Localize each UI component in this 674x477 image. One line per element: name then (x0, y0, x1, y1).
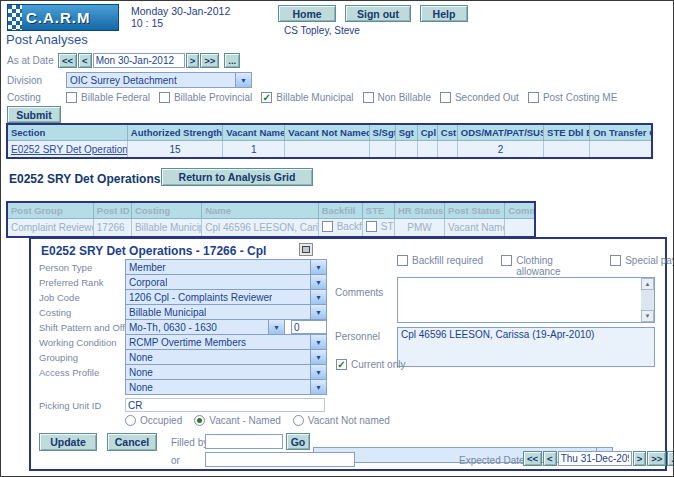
costing-checkbox-billable-provincial[interactable]: Billable Provincial (159, 92, 252, 103)
costing-checkbox-seconded-out[interactable]: Seconded Out (440, 92, 519, 103)
post-header-row: Post Group Post ID Costing Name Backfill… (7, 202, 535, 219)
as-at-date-input[interactable] (93, 53, 185, 68)
costing-checkbox-billable-municipal[interactable]: Billable Municipal (261, 92, 353, 103)
chevron-down-icon: ▼ (310, 260, 326, 274)
access-profile-select[interactable]: None▼ (125, 364, 327, 380)
scroll-down-icon[interactable]: ▼ (641, 310, 654, 322)
carm-logo: C.A.R.M (7, 4, 119, 31)
popout-icon[interactable] (299, 243, 313, 256)
sign-out-button[interactable]: Sign out (345, 5, 411, 22)
update-button[interactable]: Update (39, 433, 97, 451)
division-select[interactable]: OIC Surrey Detachment ▼ (66, 72, 252, 88)
checkbox-icon[interactable] (336, 359, 347, 370)
occupancy-radios: Occupied Vacant - Named Vacant Not named (125, 415, 390, 426)
radio-vacant-named[interactable]: Vacant - Named (194, 415, 281, 426)
help-button[interactable]: Help (420, 5, 468, 22)
shift-pattern-row: Shift Pattern and Offset Mo-Th, 0630 - 1… (39, 320, 339, 334)
expected-date-input[interactable] (558, 451, 632, 466)
access-profile-2-select[interactable]: None▼ (125, 379, 327, 395)
radio-vacant-not-named[interactable]: Vacant Not named (293, 415, 390, 426)
checkbox-icon[interactable] (397, 255, 408, 266)
checkbox-icon[interactable] (440, 92, 451, 103)
chevron-down-icon: ▼ (310, 350, 326, 364)
expected-date-prev-year-button[interactable]: << (523, 451, 542, 466)
costing-checkbox-non-billable[interactable]: Non Billable (363, 92, 431, 103)
shift-pattern-select[interactable]: Mo-Th, 0630 - 1630▼ (125, 319, 285, 335)
expected-date-next-year-button[interactable]: >> (647, 451, 666, 466)
radio-icon[interactable] (194, 415, 205, 426)
clothing-allowance-checkbox[interactable]: Clothing allowance (501, 255, 568, 277)
ste-checkbox-icon (366, 221, 377, 232)
radio-occupied[interactable]: Occupied (125, 415, 182, 426)
current-time: 10 : 15 (131, 17, 230, 29)
chevron-down-icon: ▼ (310, 335, 326, 349)
personnel-listbox[interactable]: Cpl 46596 LEESON, Carissa (19-Apr-2010) (397, 327, 655, 367)
submit-button[interactable]: Submit (7, 106, 61, 123)
checkbox-icon[interactable] (261, 92, 272, 103)
header-buttons: Home Sign out Help (278, 5, 468, 22)
expected-date-prev-button[interactable]: < (543, 451, 557, 466)
analysis-data-row: E0252 SRY Det Operations 15 1 2 (7, 141, 652, 159)
post-table: Post Group Post ID Costing Name Backfill… (6, 201, 536, 238)
date-next-year-button[interactable]: >> (200, 53, 219, 68)
logged-in-user: CS Topley, Steve (284, 25, 360, 36)
radio-icon[interactable] (125, 415, 136, 426)
expected-date-nav: << < > >> ... (523, 451, 674, 466)
costing-label: Costing (7, 92, 66, 103)
working-condition-select[interactable]: RCMP Overtime Members▼ (125, 334, 327, 350)
date-prev-button[interactable]: < (78, 53, 92, 68)
date-picker-button[interactable]: ... (224, 53, 240, 68)
date-next-button[interactable]: > (186, 53, 200, 68)
personnel-entry[interactable]: Cpl 46596 LEESON, Carissa (19-Apr-2010) (401, 329, 651, 340)
section-heading: E0252 SRY Det Operations (9, 172, 160, 186)
grouping-select[interactable]: None▼ (125, 349, 327, 365)
comments-label: Comments (335, 287, 383, 298)
checkbox-icon[interactable] (528, 92, 539, 103)
costing-checkbox-post-costing-me[interactable]: Post Costing ME (528, 92, 617, 103)
radio-icon[interactable] (293, 415, 304, 426)
access-profile-row: Access Profile None▼ (39, 365, 339, 379)
expected-date-next-button[interactable]: > (633, 451, 647, 466)
return-to-analysis-grid-button[interactable]: Return to Analysis Grid (161, 168, 313, 186)
checkbox-icon[interactable] (363, 92, 374, 103)
preferred-rank-select[interactable]: Corporal▼ (125, 274, 327, 290)
scroll-up-icon[interactable]: ▲ (641, 278, 654, 290)
filled-by-input[interactable] (205, 434, 283, 449)
picking-unit-id-input[interactable] (125, 398, 325, 412)
costing-checkbox-billable-federal[interactable]: Billable Federal (66, 92, 150, 103)
current-only-checkbox[interactable]: Current only (336, 359, 405, 370)
filled-by-label: Filled by (171, 437, 208, 448)
chevron-down-icon: ▼ (310, 290, 326, 304)
detail-fields: Person Type Member▼ Preferred Rank Corpo… (39, 260, 339, 413)
special-pay-checkbox[interactable]: Special pay (610, 255, 674, 266)
cancel-button[interactable]: Cancel (107, 433, 157, 451)
costing-row: Costing Billable Federal Billable Provin… (7, 92, 617, 103)
checkbox-icon[interactable] (159, 92, 170, 103)
comments-textarea[interactable]: ▲ ▼ (397, 277, 655, 323)
section-link[interactable]: E0252 SRY Det Operations (11, 144, 127, 155)
personnel-label: Personnel (335, 331, 380, 342)
checkbox-icon[interactable] (66, 92, 77, 103)
checkbox-icon[interactable] (501, 255, 512, 266)
home-button[interactable]: Home (278, 5, 336, 22)
chevron-down-icon: ▼ (310, 305, 326, 319)
job-code-select[interactable]: 1206 Cpl - Complaints Reviewer▼ (125, 289, 327, 305)
comments-scrollbar[interactable]: ▲ ▼ (641, 278, 654, 322)
or-input[interactable] (205, 452, 355, 467)
checkbox-icon[interactable] (610, 255, 621, 266)
date-prev-year-button[interactable]: << (58, 53, 77, 68)
grouping-row: Grouping None▼ (39, 350, 339, 364)
access-profile-2-row: None▼ (39, 380, 339, 394)
go-button[interactable]: Go (286, 433, 310, 450)
carm-window: C.A.R.M Monday 30-Jan-2012 10 : 15 Home … (0, 0, 674, 477)
shift-offset-input[interactable] (291, 320, 327, 334)
person-type-row: Person Type Member▼ (39, 260, 339, 274)
costing-field-row: Costing Billable Municipal▼ (39, 305, 339, 319)
costing-select[interactable]: Billable Municipal▼ (125, 304, 327, 320)
expected-date-picker-button[interactable]: ... (667, 451, 674, 466)
division-row: Division OIC Surrey Detachment ▼ (7, 72, 252, 88)
chevron-down-icon: ▼ (235, 73, 251, 87)
backfill-required-checkbox[interactable]: Backfill required (397, 255, 483, 266)
person-type-select[interactable]: Member▼ (125, 259, 327, 275)
as-at-date-label: As at Date (7, 55, 58, 66)
